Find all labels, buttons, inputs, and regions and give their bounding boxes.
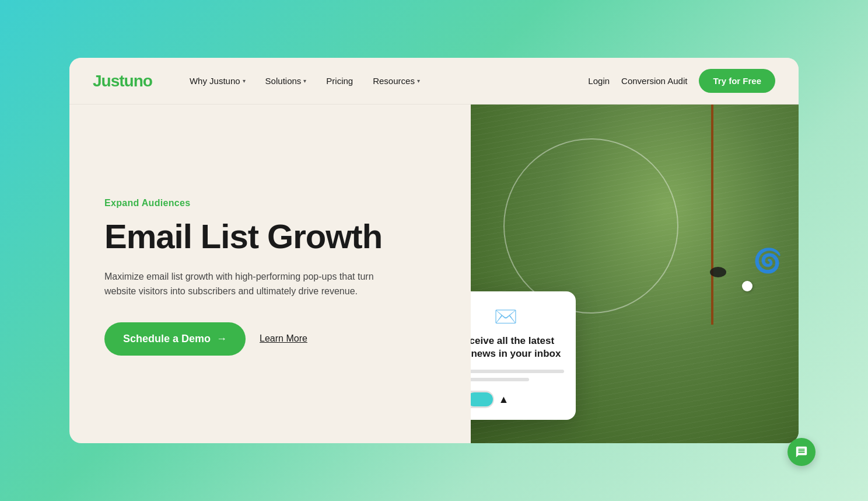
nav-resources[interactable]: Resources ▾: [365, 71, 428, 91]
schedule-demo-button[interactable]: Schedule a Demo →: [104, 322, 246, 356]
flag-pole: [711, 105, 713, 325]
nav-links: Why Justuno ▾ Solutions ▾ Pricing Resour…: [181, 71, 588, 91]
hero-description: Maximize email list growth with high-per…: [104, 269, 384, 299]
toggle-track[interactable]: [471, 391, 494, 408]
green-circle: [503, 138, 678, 314]
email-popup-card: ✉️ Receive all the latest golf news in y…: [471, 291, 576, 420]
hero-section: Expand Audiences Email List Growth Maxim…: [69, 105, 799, 443]
main-card: Justuno Why Justuno ▾ Solutions ▾ Pricin…: [69, 58, 799, 443]
swirl-decoration: 🌀: [753, 247, 782, 274]
login-link[interactable]: Login: [588, 76, 610, 86]
hero-title: Email List Growth: [104, 218, 442, 255]
chevron-down-icon: ▾: [243, 78, 246, 84]
arrow-icon: →: [216, 333, 227, 345]
email-icon: ✉️: [471, 305, 564, 328]
hero-tag: Expand Audiences: [104, 198, 442, 208]
cursor-icon: ▲: [499, 394, 509, 406]
popup-toggle-row: ▲: [471, 391, 564, 408]
golf-ball: [742, 281, 752, 291]
learn-more-button[interactable]: Learn More: [260, 333, 307, 344]
navbar: Justuno Why Justuno ▾ Solutions ▾ Pricin…: [69, 58, 799, 105]
nav-why-justuno[interactable]: Why Justuno ▾: [181, 71, 254, 91]
logo-green: uno: [124, 72, 152, 90]
chevron-down-icon: ▾: [417, 78, 420, 84]
hero-left: Expand Audiences Email List Growth Maxim…: [69, 105, 471, 443]
logo-black: Just: [93, 72, 124, 90]
nav-solutions[interactable]: Solutions ▾: [257, 71, 315, 91]
nav-pricing[interactable]: Pricing: [318, 71, 361, 91]
popup-lines: [471, 370, 564, 381]
popup-line-2: [471, 378, 529, 381]
hero-right: 🌀 ✉️ Receive all the latest golf news in…: [471, 105, 799, 443]
chevron-down-icon: ▾: [303, 78, 306, 84]
conversion-audit-link[interactable]: Conversion Audit: [621, 76, 687, 86]
popup-title: Receive all the latest golf news in your…: [471, 335, 564, 360]
nav-right: Login Conversion Audit Try for Free: [588, 69, 775, 93]
logo[interactable]: Justuno: [93, 72, 152, 91]
cta-row: Schedule a Demo → Learn More: [104, 322, 442, 356]
chat-bubble-button[interactable]: [788, 438, 816, 466]
chat-icon: [795, 446, 808, 458]
toggle-knob: [471, 392, 493, 406]
popup-line-1: [471, 370, 564, 373]
try-free-button[interactable]: Try for Free: [699, 69, 775, 93]
